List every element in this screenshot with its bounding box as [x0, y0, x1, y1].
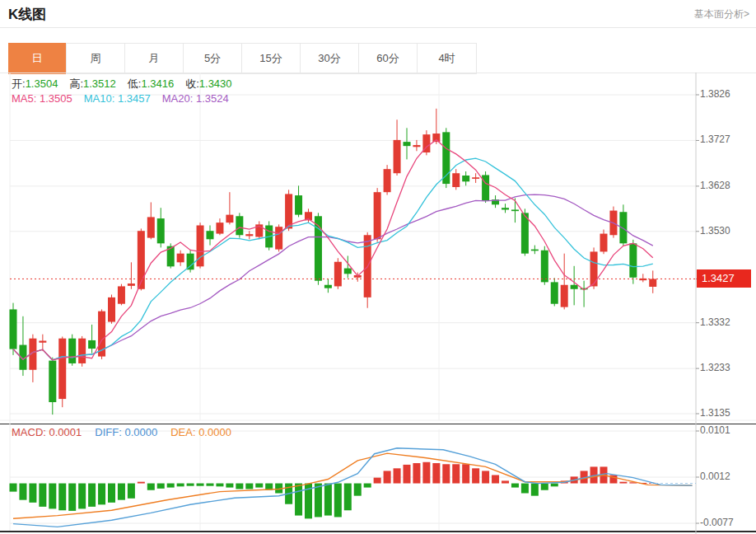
macd-bar — [394, 468, 401, 483]
candle-body — [138, 231, 145, 289]
macd-bar — [354, 484, 362, 496]
candle-body — [118, 286, 125, 303]
candle-body — [472, 177, 479, 179]
ma10-line — [13, 158, 653, 360]
low-label: 低: — [128, 77, 142, 90]
macd-bar — [157, 484, 165, 489]
candle-body — [619, 212, 627, 243]
macd-bar — [138, 482, 145, 484]
macd-bar — [98, 484, 105, 505]
candle-body — [511, 209, 519, 211]
candle-body — [413, 145, 420, 147]
macd-bar — [49, 484, 56, 509]
macd-bar — [226, 484, 233, 488]
macd-bar — [442, 464, 450, 483]
macd-bar — [118, 484, 125, 500]
macd-bar — [245, 484, 253, 490]
dea-label: DEA: — [170, 426, 195, 438]
macd-bar — [462, 464, 469, 483]
macd-bar — [88, 484, 96, 507]
macd-bar — [236, 484, 243, 490]
macd-bar — [255, 484, 263, 488]
macd-bar — [68, 484, 76, 511]
candle-body — [394, 140, 401, 173]
ma5-value: 1.3505 — [40, 92, 72, 105]
candle-body — [404, 142, 411, 146]
open-value: 1.3504 — [26, 77, 58, 90]
candle-body — [324, 285, 332, 288]
candle-body — [226, 215, 233, 223]
ma10-label: MA10: — [84, 92, 115, 105]
candle-body — [177, 254, 184, 263]
macd-bar — [422, 462, 430, 484]
candle-body — [649, 279, 656, 287]
macd-bar — [364, 484, 371, 488]
macd-bar — [531, 484, 539, 496]
open-label: 开: — [12, 77, 26, 90]
macd-bar — [472, 468, 479, 483]
candle-body — [216, 222, 223, 233]
macd-bar — [432, 463, 440, 484]
macd-bar — [502, 480, 509, 483]
candle-body — [128, 283, 135, 286]
ma20-label: MA20: — [162, 92, 194, 105]
macd-bar — [295, 484, 302, 516]
candle-body — [147, 217, 155, 237]
candle-body — [236, 216, 243, 235]
macd-bar — [147, 484, 155, 490]
macd-bar — [404, 465, 411, 484]
diff-value: 0.0000 — [124, 426, 157, 438]
macd-bar — [482, 471, 489, 483]
macd-bar — [521, 484, 529, 494]
macd-bar — [541, 484, 548, 490]
candle-body — [384, 169, 391, 192]
macd-info-row: MACD: 0.0001DIFF: 0.0000DEA: 0.0000 — [12, 426, 231, 438]
candle-body — [541, 251, 548, 283]
candle-body — [285, 194, 292, 228]
macd-bar — [334, 484, 342, 518]
current-price-tag: 1.3427 — [697, 269, 751, 288]
macd-bar — [492, 475, 499, 483]
candle-body — [275, 227, 282, 249]
macd-histogram — [10, 462, 657, 519]
candle-body — [245, 234, 253, 236]
macd-value: 0.0001 — [49, 426, 82, 438]
candle-body — [590, 251, 598, 286]
close-label: 收: — [185, 77, 199, 90]
ma10-value: 1.3457 — [118, 92, 151, 105]
candle-body — [39, 341, 46, 343]
candle-body — [629, 243, 637, 277]
macd-bar — [108, 484, 115, 503]
candle-body — [452, 173, 460, 187]
macd-bar — [10, 484, 17, 492]
candle-body — [108, 297, 115, 322]
high-value: 1.3512 — [83, 77, 116, 90]
macd-bar — [374, 478, 381, 484]
candle-body — [58, 339, 66, 399]
macd-bar — [128, 484, 135, 499]
macd-bar — [78, 484, 86, 509]
macd-bar — [29, 484, 36, 503]
candle-body — [49, 361, 56, 402]
candle-body — [88, 340, 96, 349]
low-value: 1.3416 — [141, 77, 174, 90]
candle-body — [374, 192, 381, 239]
macd-bar — [551, 484, 558, 487]
macd-bar — [384, 471, 391, 483]
macd-bar — [177, 484, 184, 487]
ma20-line — [13, 194, 653, 360]
candle-body — [334, 262, 342, 287]
macd-bar — [511, 484, 519, 488]
ma20-value: 1.3524 — [196, 92, 229, 105]
macd-bar — [315, 484, 322, 518]
candle-body — [187, 254, 194, 270]
macd-bar — [344, 484, 352, 511]
candle-body — [600, 234, 608, 252]
candle-body — [561, 285, 568, 307]
ohlc-info-row: 开:1.3504高:1.3512低:1.3416收:1.3430 — [12, 77, 244, 91]
macd-bar — [19, 484, 26, 500]
macd-bar — [216, 484, 223, 487]
ma-info-row: MA5: 1.3505MA10: 1.3457MA20: 1.3524 — [12, 92, 229, 105]
diff-label: DIFF: — [95, 426, 122, 438]
macd-bar — [207, 484, 214, 486]
